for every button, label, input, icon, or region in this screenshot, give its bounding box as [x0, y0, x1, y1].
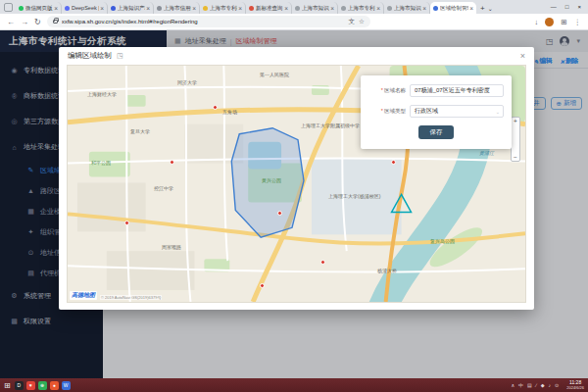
tab-close-icon[interactable]: × — [330, 5, 334, 12]
region-type-label: *区域类型 — [368, 108, 406, 115]
map-label: 复兴岛公园 — [430, 238, 455, 244]
metro-station-icon — [213, 105, 218, 110]
tab-title: 微信网页版 — [25, 5, 53, 12]
browser-tab[interactable]: 上海市专利检索 × — [200, 2, 246, 14]
tab-close-icon[interactable]: × — [376, 5, 380, 12]
chevron-down-icon: ⌄ — [496, 109, 500, 115]
window-controls: — □ × — [544, 4, 588, 10]
minimize-button[interactable]: — — [551, 4, 557, 10]
tab-close-icon[interactable]: × — [54, 5, 58, 12]
amap-logo: 高德地图 — [70, 291, 97, 300]
tray-icon[interactable]: ∧ — [511, 382, 514, 388]
metro-station-icon — [124, 220, 129, 225]
metro-station-icon — [170, 160, 174, 165]
map-label: 上海理工大学(杨浦校区) — [328, 193, 380, 199]
metro-station-icon — [277, 211, 282, 216]
tab-favicon — [203, 6, 208, 11]
tab-title: 上海市专利导航产业 — [348, 5, 375, 12]
tab-close-icon[interactable]: × — [238, 5, 242, 12]
bookmark-star-icon[interactable]: ☆ — [359, 18, 365, 25]
tab-title: 上海市专利检索 — [210, 5, 237, 12]
tab-favicon — [65, 6, 70, 11]
map-canvas[interactable]: 同济大学 第一人民医院 中环路立交桥 共青森林公园 上海财经大学 五角场 复旦大… — [67, 65, 526, 303]
forward-icon[interactable]: → — [21, 18, 28, 26]
url-text[interactable]: xxfw.sipa.sh.gov.cn/gis/index.html#/regi… — [62, 19, 345, 24]
edit-region-dialog: 编辑区域绘制 ◳ × — [59, 47, 534, 310]
new-tab-button[interactable]: + — [480, 4, 485, 13]
region-name-input[interactable] — [410, 84, 504, 97]
tab-favicon — [341, 6, 346, 11]
browser-tab[interactable]: 上海市知识产权信息 × — [292, 2, 338, 14]
metro-station-icon — [260, 283, 265, 288]
back-icon[interactable]: ← — [7, 18, 15, 26]
tab-title: 区域绘制管理 — [440, 5, 468, 12]
browser-tab[interactable]: 微信网页版 × — [16, 2, 62, 14]
browser-profile-avatar[interactable] — [545, 18, 554, 26]
map-label: 上海理工大学附属初级中学 — [301, 122, 360, 128]
browser-tab[interactable]: 新标准查询 × — [246, 2, 292, 14]
url-field[interactable]: xxfw.sipa.sh.gov.cn/gis/index.html#/regi… — [47, 16, 370, 27]
dialog-close-icon[interactable]: × — [520, 51, 525, 61]
browser-tab-strip: 微信网页版 × DeepSeek | 深度 × 上海知识产权公共 × — [0, 0, 588, 14]
taskbar-app-icon[interactable]: ● — [50, 381, 59, 390]
map-label: 五角场 — [222, 109, 237, 115]
tab-list: 微信网页版 × DeepSeek | 深度 × 上海知识产权公共 × — [16, 2, 476, 14]
tab-favicon — [433, 6, 438, 11]
app-area: 上海市专利统计与分析系统 ▦ 地址采集处理 | 区域绘制管理 ◳ ▾ ◉ 专利数… — [0, 30, 588, 378]
start-button-icon[interactable]: ⊞ — [4, 381, 11, 390]
tab-close-icon[interactable]: × — [422, 5, 426, 12]
system-tray: ∧ 中 ▤ ∕ ◆ ♪ ⊙ — [511, 382, 559, 388]
browser-tab[interactable]: 上海市专利导航产业 × — [338, 2, 384, 14]
required-mark: * — [381, 108, 383, 114]
browser-tab[interactable]: 上海知识产权公共 × — [108, 2, 154, 14]
zoom-out-button[interactable]: − — [514, 154, 517, 161]
browser-tab[interactable]: 上海市知识产权信息 × — [384, 2, 430, 14]
tray-icon[interactable]: ∕ — [536, 382, 537, 388]
tab-close-icon[interactable]: × — [469, 5, 473, 12]
browser-toolbar-right: ↓ ⊞ ⋮ — [534, 18, 581, 26]
browser-tab[interactable]: DeepSeek | 深度 × — [62, 2, 108, 14]
tab-list-chevron-icon[interactable]: ⌄ — [488, 5, 493, 12]
tray-icon[interactable]: 中 — [518, 382, 523, 388]
tab-favicon — [295, 6, 300, 11]
taskbar-app-icon[interactable]: ⊕ — [38, 381, 47, 390]
browser-tab[interactable]: 上海市信用信息服 × — [154, 2, 200, 14]
map-label: 同济大学 — [177, 79, 197, 85]
tab-favicon — [387, 6, 392, 11]
maximize-button[interactable]: □ — [565, 4, 569, 10]
close-window-button[interactable]: × — [577, 4, 581, 10]
extensions-icon[interactable]: ⊞ — [561, 18, 566, 26]
region-type-value: 行政区域 — [415, 107, 438, 116]
tray-icon[interactable]: ♪ — [549, 382, 552, 388]
translate-icon[interactable]: 文 — [348, 18, 355, 26]
lock-icon[interactable] — [53, 20, 58, 24]
download-icon[interactable]: ↓ — [534, 18, 538, 26]
dialog-header: 编辑区域绘制 ◳ × — [59, 47, 534, 65]
reload-icon[interactable]: ↻ — [34, 18, 41, 26]
map-label: 和平公园 — [91, 160, 111, 166]
tab-search-icon[interactable] — [4, 3, 13, 12]
tab-close-icon[interactable]: × — [284, 5, 288, 12]
save-button[interactable]: 保存 — [418, 125, 454, 139]
map-zoom-control: + − — [511, 117, 520, 162]
browser-menu-icon[interactable]: ⋮ — [574, 18, 582, 26]
region-type-select[interactable]: 行政区域 ⌄ — [410, 105, 504, 118]
browser-tab[interactable]: 区域绘制管理 × — [430, 2, 476, 14]
taskbar-app-icon[interactable]: ♥ — [26, 381, 35, 390]
taskbar-app-icon[interactable]: D — [15, 381, 24, 390]
taskbar-apps: D ♥ ⊕ ● W — [15, 381, 71, 390]
browser-address-bar: ← → ↻ xxfw.sipa.sh.gov.cn/gis/index.html… — [0, 14, 588, 30]
tab-close-icon[interactable]: × — [100, 5, 104, 12]
taskbar-clock[interactable]: 11:28 2024/6/26 — [566, 380, 584, 390]
map-label: 第一人民医院 — [260, 72, 289, 77]
tab-favicon — [157, 6, 162, 11]
tray-icon[interactable]: ▤ — [527, 382, 532, 388]
zoom-in-button[interactable]: + — [514, 118, 517, 124]
expand-icon[interactable]: ◳ — [117, 52, 123, 60]
tray-icon[interactable]: ⊙ — [555, 382, 559, 388]
tab-close-icon[interactable]: × — [146, 5, 150, 12]
map-label: 周家嘴路 — [162, 244, 181, 250]
taskbar-app-icon[interactable]: W — [62, 381, 71, 390]
tab-close-icon[interactable]: × — [192, 5, 196, 12]
tray-icon[interactable]: ◆ — [541, 382, 545, 388]
